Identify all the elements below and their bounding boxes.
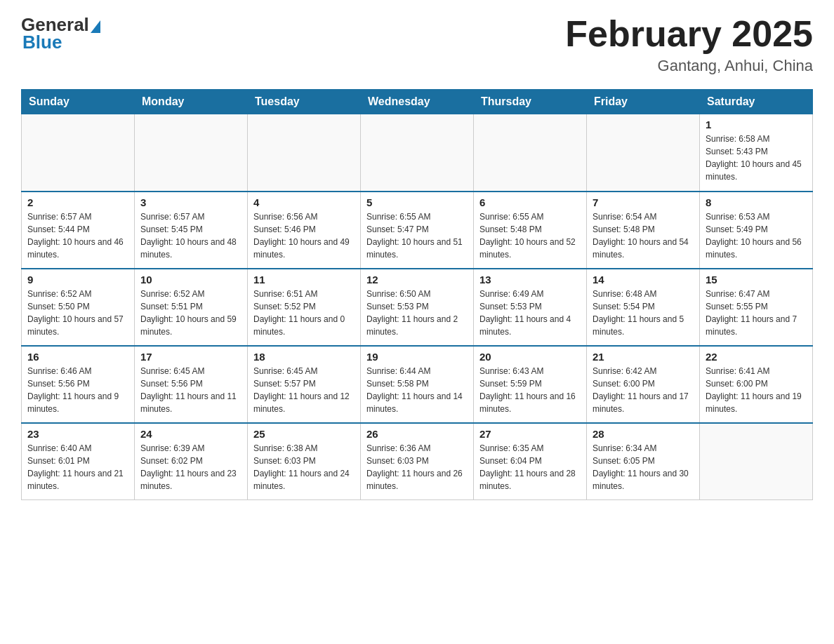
- day-number: 4: [253, 196, 355, 208]
- day-cell: 20Sunrise: 6:43 AMSunset: 5:59 PMDayligh…: [474, 346, 587, 423]
- day-info: Sunrise: 6:58 AMSunset: 5:43 PMDaylight:…: [706, 133, 807, 183]
- day-header-monday: Monday: [135, 90, 248, 114]
- day-cell: 17Sunrise: 6:45 AMSunset: 5:56 PMDayligh…: [135, 346, 248, 423]
- day-info: Sunrise: 6:38 AMSunset: 6:03 PMDaylight:…: [253, 442, 355, 492]
- day-number: 28: [593, 428, 694, 440]
- calendar-header: SundayMondayTuesdayWednesdayThursdayFrid…: [22, 90, 813, 114]
- logo: General Blue: [21, 14, 100, 53]
- week-row-0: 1Sunrise: 6:58 AMSunset: 5:43 PMDaylight…: [22, 114, 813, 192]
- day-info: Sunrise: 6:52 AMSunset: 5:50 PMDaylight:…: [27, 288, 128, 338]
- day-cell: [248, 114, 361, 192]
- day-number: 15: [706, 274, 807, 286]
- day-cell: 2Sunrise: 6:57 AMSunset: 5:44 PMDaylight…: [22, 192, 135, 269]
- week-row-3: 16Sunrise: 6:46 AMSunset: 5:56 PMDayligh…: [22, 346, 813, 423]
- day-number: 16: [27, 351, 128, 363]
- day-number: 14: [593, 274, 694, 286]
- day-header-thursday: Thursday: [474, 90, 587, 114]
- day-cell: 25Sunrise: 6:38 AMSunset: 6:03 PMDayligh…: [248, 423, 361, 500]
- week-row-4: 23Sunrise: 6:40 AMSunset: 6:01 PMDayligh…: [22, 423, 813, 500]
- day-info: Sunrise: 6:40 AMSunset: 6:01 PMDaylight:…: [27, 442, 128, 492]
- day-cell: 21Sunrise: 6:42 AMSunset: 6:00 PMDayligh…: [587, 346, 700, 423]
- day-info: Sunrise: 6:39 AMSunset: 6:02 PMDaylight:…: [140, 442, 241, 492]
- day-info: Sunrise: 6:57 AMSunset: 5:45 PMDaylight:…: [140, 210, 241, 261]
- day-info: Sunrise: 6:44 AMSunset: 5:58 PMDaylight:…: [366, 365, 468, 415]
- day-number: 2: [27, 196, 128, 208]
- day-number: 23: [27, 428, 128, 440]
- calendar-table: SundayMondayTuesdayWednesdayThursdayFrid…: [21, 89, 813, 500]
- day-cell: 6Sunrise: 6:55 AMSunset: 5:48 PMDaylight…: [474, 192, 587, 269]
- day-cell: 3Sunrise: 6:57 AMSunset: 5:45 PMDaylight…: [135, 192, 248, 269]
- day-cell: 15Sunrise: 6:47 AMSunset: 5:55 PMDayligh…: [700, 269, 813, 346]
- day-number: 25: [253, 428, 355, 440]
- logo-triangle-icon: [91, 20, 100, 33]
- day-info: Sunrise: 6:57 AMSunset: 5:44 PMDaylight:…: [27, 210, 128, 261]
- day-header-saturday: Saturday: [700, 90, 813, 114]
- day-cell: 16Sunrise: 6:46 AMSunset: 5:56 PMDayligh…: [22, 346, 135, 423]
- day-info: Sunrise: 6:48 AMSunset: 5:54 PMDaylight:…: [593, 288, 694, 338]
- day-info: Sunrise: 6:56 AMSunset: 5:46 PMDaylight:…: [253, 210, 355, 261]
- day-number: 27: [479, 428, 581, 440]
- day-info: Sunrise: 6:41 AMSunset: 6:00 PMDaylight:…: [706, 365, 807, 415]
- day-number: 8: [706, 196, 807, 208]
- day-info: Sunrise: 6:45 AMSunset: 5:57 PMDaylight:…: [253, 365, 355, 415]
- day-number: 11: [253, 274, 355, 286]
- day-number: 20: [479, 351, 581, 363]
- day-info: Sunrise: 6:50 AMSunset: 5:53 PMDaylight:…: [366, 288, 468, 338]
- day-number: 10: [140, 274, 241, 286]
- day-cell: 13Sunrise: 6:49 AMSunset: 5:53 PMDayligh…: [474, 269, 587, 346]
- day-info: Sunrise: 6:34 AMSunset: 6:05 PMDaylight:…: [593, 442, 694, 492]
- day-cell: [474, 114, 587, 192]
- day-cell: 11Sunrise: 6:51 AMSunset: 5:52 PMDayligh…: [248, 269, 361, 346]
- week-row-2: 9Sunrise: 6:52 AMSunset: 5:50 PMDaylight…: [22, 269, 813, 346]
- day-cell: 24Sunrise: 6:39 AMSunset: 6:02 PMDayligh…: [135, 423, 248, 500]
- day-number: 26: [366, 428, 468, 440]
- day-number: 19: [366, 351, 468, 363]
- day-cell: 28Sunrise: 6:34 AMSunset: 6:05 PMDayligh…: [587, 423, 700, 500]
- day-cell: 26Sunrise: 6:36 AMSunset: 6:03 PMDayligh…: [361, 423, 474, 500]
- day-info: Sunrise: 6:35 AMSunset: 6:04 PMDaylight:…: [479, 442, 581, 492]
- location-text: Gantang, Anhui, China: [565, 57, 813, 75]
- day-cell: 19Sunrise: 6:44 AMSunset: 5:58 PMDayligh…: [361, 346, 474, 423]
- day-info: Sunrise: 6:46 AMSunset: 5:56 PMDaylight:…: [27, 365, 128, 415]
- day-number: 9: [27, 274, 128, 286]
- day-number: 18: [253, 351, 355, 363]
- day-cell: 10Sunrise: 6:52 AMSunset: 5:51 PMDayligh…: [135, 269, 248, 346]
- day-info: Sunrise: 6:55 AMSunset: 5:47 PMDaylight:…: [366, 210, 468, 261]
- day-cell: 23Sunrise: 6:40 AMSunset: 6:01 PMDayligh…: [22, 423, 135, 500]
- day-info: Sunrise: 6:51 AMSunset: 5:52 PMDaylight:…: [253, 288, 355, 338]
- week-row-1: 2Sunrise: 6:57 AMSunset: 5:44 PMDaylight…: [22, 192, 813, 269]
- day-cell: 7Sunrise: 6:54 AMSunset: 5:48 PMDaylight…: [587, 192, 700, 269]
- day-header-friday: Friday: [587, 90, 700, 114]
- days-of-week-row: SundayMondayTuesdayWednesdayThursdayFrid…: [22, 90, 813, 114]
- day-info: Sunrise: 6:45 AMSunset: 5:56 PMDaylight:…: [140, 365, 241, 415]
- day-cell: [135, 114, 248, 192]
- day-cell: 1Sunrise: 6:58 AMSunset: 5:43 PMDaylight…: [700, 114, 813, 192]
- day-info: Sunrise: 6:53 AMSunset: 5:49 PMDaylight:…: [706, 210, 807, 261]
- day-number: 3: [140, 196, 241, 208]
- day-cell: [361, 114, 474, 192]
- page-header: General Blue February 2025 Gantang, Anhu…: [21, 14, 813, 75]
- day-number: 22: [706, 351, 807, 363]
- day-info: Sunrise: 6:55 AMSunset: 5:48 PMDaylight:…: [479, 210, 581, 261]
- day-info: Sunrise: 6:49 AMSunset: 5:53 PMDaylight:…: [479, 288, 581, 338]
- month-title: February 2025: [565, 14, 813, 54]
- day-number: 7: [593, 196, 694, 208]
- day-cell: 12Sunrise: 6:50 AMSunset: 5:53 PMDayligh…: [361, 269, 474, 346]
- day-cell: 27Sunrise: 6:35 AMSunset: 6:04 PMDayligh…: [474, 423, 587, 500]
- day-cell: [587, 114, 700, 192]
- day-cell: 5Sunrise: 6:55 AMSunset: 5:47 PMDaylight…: [361, 192, 474, 269]
- day-cell: 14Sunrise: 6:48 AMSunset: 5:54 PMDayligh…: [587, 269, 700, 346]
- day-info: Sunrise: 6:43 AMSunset: 5:59 PMDaylight:…: [479, 365, 581, 415]
- day-number: 13: [479, 274, 581, 286]
- day-header-sunday: Sunday: [22, 90, 135, 114]
- day-cell: 18Sunrise: 6:45 AMSunset: 5:57 PMDayligh…: [248, 346, 361, 423]
- day-cell: [700, 423, 813, 500]
- logo-blue-text: Blue: [22, 32, 62, 53]
- day-number: 24: [140, 428, 241, 440]
- day-number: 12: [366, 274, 468, 286]
- day-info: Sunrise: 6:42 AMSunset: 6:00 PMDaylight:…: [593, 365, 694, 415]
- day-number: 1: [706, 119, 807, 130]
- day-cell: 22Sunrise: 6:41 AMSunset: 6:00 PMDayligh…: [700, 346, 813, 423]
- day-info: Sunrise: 6:36 AMSunset: 6:03 PMDaylight:…: [366, 442, 468, 492]
- calendar-body: 1Sunrise: 6:58 AMSunset: 5:43 PMDaylight…: [22, 114, 813, 500]
